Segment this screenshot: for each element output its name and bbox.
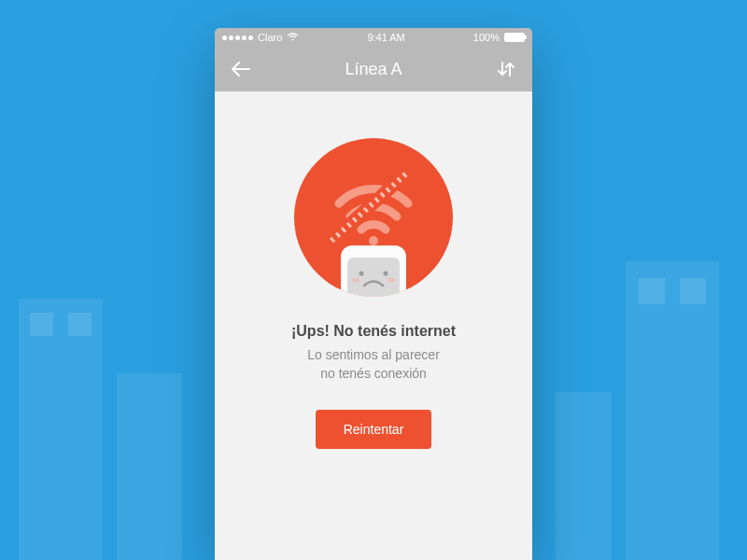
svg-point-2 <box>369 236 378 245</box>
nav-bar: Línea A <box>215 47 532 91</box>
error-heading: ¡Ups! No tenés internet <box>291 323 456 340</box>
sort-arrows-icon <box>496 61 516 77</box>
battery-percent: 100% <box>473 32 500 43</box>
sort-button[interactable] <box>493 56 519 82</box>
status-time: 9:41 AM <box>367 32 404 43</box>
phone-frame: Claro 9:41 AM 100% Línea A <box>215 28 532 560</box>
svg-point-10 <box>388 278 395 283</box>
battery-icon <box>504 33 525 42</box>
arrow-left-icon <box>232 62 250 77</box>
svg-point-9 <box>352 278 359 283</box>
status-bar: Claro 9:41 AM 100% <box>215 28 532 47</box>
wifi-icon <box>287 32 299 43</box>
retry-button[interactable]: Reintentar <box>316 410 432 449</box>
error-content: ¡Ups! No tenés internet Lo sentimos al p… <box>215 91 532 449</box>
back-button[interactable] <box>228 56 254 82</box>
nav-title: Línea A <box>345 60 402 79</box>
svg-point-7 <box>359 272 364 276</box>
signal-dots-icon <box>222 35 253 40</box>
svg-rect-6 <box>347 258 400 297</box>
svg-point-8 <box>384 272 388 276</box>
carrier-label: Claro <box>258 32 282 43</box>
no-internet-illustration-icon <box>294 138 453 297</box>
error-subtext: Lo sentimos al parecer no tenés conexión <box>307 345 440 384</box>
